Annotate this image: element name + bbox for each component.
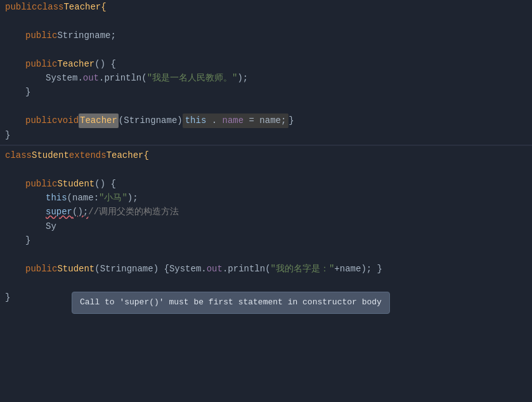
- code-line-8: [0, 100, 532, 113]
- inner-block: this . name = name;: [183, 113, 289, 127]
- close-brace-teacher: }: [25, 85, 30, 99]
- type-string2: String: [124, 113, 155, 127]
- keyword-public3: public: [25, 57, 57, 71]
- open-brace: {: [101, 0, 106, 14]
- paren-open2: (: [94, 262, 100, 276]
- concat: +: [334, 262, 339, 276]
- system2: System.: [169, 262, 207, 276]
- dot-println: .println(: [99, 71, 147, 85]
- code-line-19: [0, 248, 532, 262]
- method-student: Student: [57, 177, 94, 191]
- code-line-5: public Teacher () {: [0, 57, 532, 71]
- class-student: Student: [32, 148, 69, 162]
- code-line-15: this ( name : "小马" );: [0, 191, 532, 205]
- keyword-class: class: [37, 0, 63, 14]
- type-string3: String: [100, 262, 132, 276]
- close-student-constructor: }: [25, 233, 30, 247]
- code-line-18: }: [0, 233, 532, 247]
- keyword-public2: public: [25, 29, 57, 42]
- class-teacher: Teacher: [63, 0, 101, 14]
- keyword-public5: public: [25, 177, 57, 191]
- code-line-7: }: [0, 85, 532, 99]
- class-close: }: [5, 128, 10, 142]
- assign: = name;: [249, 115, 287, 126]
- end-println: ); }: [361, 262, 382, 276]
- parens: () {: [94, 57, 116, 71]
- this-call: this: [46, 191, 67, 205]
- open-brace2: {: [143, 148, 148, 162]
- code-line-9: public void Teacher ( String name ) this…: [0, 113, 532, 127]
- keyword-public: public: [5, 0, 37, 14]
- this-kw: this: [185, 115, 207, 126]
- this-paren: (: [67, 191, 72, 205]
- code-line-16: super (); //调用父类的构造方法: [0, 205, 532, 219]
- type-string: String: [57, 29, 89, 42]
- code-line-13: [0, 162, 532, 176]
- println2: .println(: [223, 262, 271, 276]
- code-separator: [0, 145, 532, 146]
- code-line-2: [0, 14, 532, 28]
- keyword-class2: class: [5, 148, 32, 162]
- comment-super: //调用父类的构造方法: [88, 205, 179, 219]
- code-line-12: class Student extends Teacher {: [0, 148, 532, 162]
- semi1: );: [237, 71, 248, 85]
- super-call: super: [46, 205, 72, 219]
- string-chinese1: "我是一名人民教师。": [147, 71, 238, 85]
- code-line-3: public String name;: [0, 29, 532, 42]
- closing-brace2: }: [289, 113, 294, 127]
- code-line-14: public Student () {: [0, 177, 532, 191]
- system: System.: [46, 71, 83, 85]
- keyword-public6: public: [25, 262, 57, 276]
- keyword-void: void: [57, 113, 79, 127]
- this-close: );: [127, 191, 138, 205]
- code-line-6: System. out .println( "我是一名人民教师。" );: [0, 71, 532, 85]
- out2: out: [207, 262, 223, 276]
- colon: :: [94, 191, 99, 205]
- param-name3: name: [132, 262, 153, 276]
- code-line-4: [0, 42, 532, 56]
- keyword-public4: public: [25, 113, 57, 127]
- super-parens: ();: [72, 205, 88, 219]
- paren-close: ): [177, 113, 182, 127]
- paren-close2: ) {: [153, 262, 169, 276]
- param-name: name: [156, 113, 178, 127]
- string-name-is: "我的名字是：": [271, 262, 335, 276]
- code-line-21: [0, 276, 532, 290]
- code-line-10: }: [0, 128, 532, 142]
- field-name: name;: [89, 29, 116, 42]
- method-student2: Student: [57, 262, 94, 276]
- code-line-20: public Student ( String name ) { System.…: [0, 262, 532, 276]
- teacher-highlight: Teacher: [79, 113, 119, 127]
- class-teacher2: Teacher: [107, 148, 144, 162]
- dot: .: [212, 115, 217, 126]
- code-line-17: Sy: [0, 219, 532, 233]
- code-editor[interactable]: public class Teacher { public String nam…: [0, 0, 532, 402]
- class-close2: }: [5, 290, 10, 304]
- keyword-extends: extends: [69, 148, 107, 162]
- param-name2: name: [72, 191, 94, 205]
- parens2: () {: [94, 177, 116, 191]
- system-partial: Sy: [46, 219, 56, 233]
- field-name2: name: [223, 115, 244, 126]
- code-line-1: public class Teacher {: [0, 0, 532, 14]
- params-teacher: (: [119, 113, 124, 127]
- string-xiaoma: "小马": [99, 191, 127, 205]
- method-teacher-constructor: Teacher: [57, 57, 94, 71]
- error-tooltip: Call to 'super()' must be first statemen…: [72, 292, 390, 314]
- param-name4: name: [340, 262, 361, 276]
- tooltip-text: Call to 'super()' must be first statemen…: [80, 297, 382, 307]
- out: out: [83, 71, 99, 85]
